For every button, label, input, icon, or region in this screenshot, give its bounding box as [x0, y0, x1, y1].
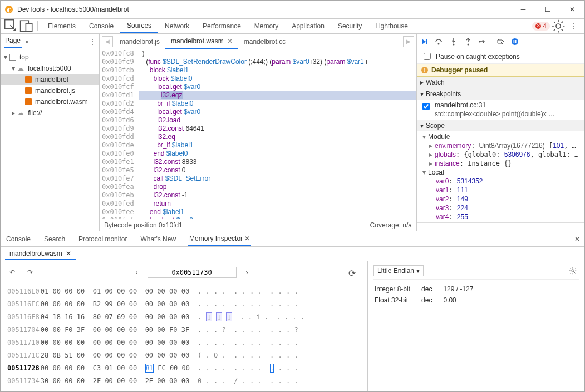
tree-item-mandelbrot-js[interactable]: mandelbrot.js [1, 85, 99, 96]
main-tab-elements[interactable]: Elements [41, 19, 82, 33]
svg-point-9 [512, 38, 518, 45]
tree-host[interactable]: ▾☁ localhost:5000 [1, 63, 99, 74]
endian-select[interactable]: Little Endian▾ [373, 265, 424, 276]
svg-point-7 [468, 43, 469, 45]
breakpoint-item[interactable]: mandelbrot.cc:31 std::complex<double> po… [417, 100, 584, 120]
watch-section[interactable]: ▸Watch [417, 77, 584, 88]
scope-var[interactable]: var4: 255 [420, 212, 581, 221]
drawer-close-icon[interactable]: ✕ [574, 235, 580, 243]
step-icon[interactable] [477, 36, 488, 47]
nav-back-icon[interactable]: ◀ [102, 36, 113, 47]
scope-globals[interactable]: ▸globals: {global0: 5306976, global1: 65… [420, 150, 581, 159]
svg-rect-10 [514, 40, 515, 43]
tree-top[interactable]: ▾top [1, 52, 99, 63]
drawer-tab-search[interactable]: Search [43, 232, 66, 246]
scope-var[interactable]: var2: 149 [420, 195, 581, 204]
main-toolbar: ElementsConsoleSourcesNetworkPerformance… [1, 18, 584, 34]
drawer: ConsoleSearchProtocol monitorWhat's NewM… [1, 231, 584, 391]
value-label: Integer 8-bit [375, 284, 420, 294]
scope-var[interactable]: var3: 224 [420, 204, 581, 212]
undo-icon[interactable]: ↶ [6, 266, 18, 279]
main-tab-memory[interactable]: Memory [248, 19, 285, 33]
svg-point-5 [438, 43, 440, 44]
more-tabs-icon[interactable]: » [25, 38, 29, 46]
prev-page-icon[interactable]: ‹ [131, 266, 143, 279]
chevron-down-icon: ▾ [416, 267, 420, 275]
step-into-icon[interactable] [448, 36, 459, 47]
main-tab-network[interactable]: Network [158, 19, 196, 33]
drawer-tab-memory-inspector[interactable]: Memory Inspector ✕ [188, 232, 251, 246]
tree-file[interactable]: ▸☁ file:// [1, 107, 99, 118]
page-tab[interactable]: Page [4, 35, 22, 48]
resume-icon[interactable] [419, 36, 430, 47]
main-tab-application[interactable]: Application [285, 19, 331, 33]
svg-point-3 [556, 24, 561, 28]
close-icon[interactable]: ✕ [244, 235, 250, 242]
scope-env-memory[interactable]: ▸env.memory: Uint8Array(16777216) [101, … [420, 141, 581, 150]
deactivate-bp-icon[interactable] [495, 36, 506, 47]
maximize-button[interactable]: ☐ [535, 1, 560, 18]
pause-icon[interactable] [509, 36, 520, 47]
value-label: Float 32-bit [375, 295, 420, 305]
device-icon[interactable] [19, 19, 34, 33]
run-icon[interactable]: ▶ [403, 36, 414, 47]
navigator-panel: Page » ⋮ ▾top ▾☁ localhost:5000 mandelbr… [1, 34, 100, 231]
scope-instance[interactable]: ▸instance: Instance {} [420, 159, 581, 168]
scope-module[interactable]: Module [428, 133, 450, 141]
breakpoint-checkbox[interactable] [422, 103, 430, 110]
refresh-icon[interactable]: ⟳ [346, 267, 358, 279]
editor-tabs: ◀ mandelbrot.jsmandelbrot.wasm✕mandelbro… [100, 34, 416, 49]
svg-rect-2 [26, 23, 32, 32]
kebab-icon[interactable]: ⋮ [567, 19, 581, 33]
settings-icon[interactable] [551, 19, 566, 33]
hex-dump[interactable]: 005116E001 00 00 00 01 00 00 00 00 00 00… [6, 285, 306, 388]
breakpoint-code: std::complex<double> point((double)x … [435, 109, 555, 118]
scope-var[interactable]: var0: 5314352 [420, 177, 581, 186]
close-button[interactable]: ✕ [560, 1, 584, 18]
file-tab[interactable]: mandelbrot.js [114, 34, 165, 49]
value-table: Integer 8-bitdec129 / -127Float 32-bitde… [373, 283, 484, 306]
value-repr: dec [421, 295, 442, 305]
svg-rect-4 [426, 39, 427, 44]
window-title: DevTools - localhost:5000/mandelbrot [17, 6, 511, 13]
redo-icon[interactable]: ↷ [24, 266, 36, 279]
value-settings-icon[interactable] [567, 265, 579, 277]
editor-status: Bytecode position 0x10fd1 Coverage: n/a [100, 219, 416, 231]
scope-var[interactable]: var1: 111 [420, 186, 581, 195]
main-tab-security[interactable]: Security [331, 19, 368, 33]
main-tab-lighthouse[interactable]: Lighthouse [368, 19, 415, 33]
tree-item-mandelbrot[interactable]: mandelbrot [1, 74, 99, 85]
step-out-icon[interactable] [463, 36, 474, 47]
main-tab-sources[interactable]: Sources [120, 19, 158, 33]
close-icon[interactable]: ✕ [66, 250, 71, 257]
kebab-icon[interactable]: ⋮ [89, 38, 96, 46]
inspect-icon[interactable] [4, 19, 18, 33]
drawer-tab-protocol-monitor[interactable]: Protocol monitor [77, 232, 128, 246]
titlebar: ◐ DevTools - localhost:5000/mandelbrot ─… [1, 1, 584, 18]
scope-section[interactable]: ▾Scope [417, 120, 584, 131]
scope-local[interactable]: Local [428, 168, 444, 176]
svg-point-8 [479, 41, 481, 42]
step-over-icon[interactable] [434, 36, 445, 47]
next-page-icon[interactable]: › [241, 266, 253, 279]
breakpoints-section[interactable]: ▾Breakpoints [417, 88, 584, 100]
minimize-button[interactable]: ─ [511, 1, 535, 18]
status-left: Bytecode position 0x10fd1 [104, 221, 183, 229]
close-icon[interactable]: ✕ [227, 37, 233, 45]
svg-rect-11 [515, 40, 517, 43]
file-tab[interactable]: mandelbrot.cc [238, 34, 291, 49]
debugger-paused-banner: !Debugger paused [417, 64, 584, 77]
debugger-panel: Pause on caught exceptions !Debugger pau… [416, 34, 584, 231]
main-tab-performance[interactable]: Performance [196, 19, 248, 33]
drawer-tab-what-s-new[interactable]: What's New [139, 232, 177, 246]
file-tab[interactable]: mandelbrot.wasm✕ [165, 34, 238, 49]
value-repr: dec [421, 284, 442, 294]
pause-exceptions-checkbox[interactable] [424, 53, 431, 60]
code-editor[interactable]: 0x010fc8 0x010fc9 0x010fcb 0x010fcd 0x01… [100, 49, 416, 219]
tree-item-mandelbrot-wasm[interactable]: mandelbrot.wasm [1, 96, 99, 107]
main-tab-console[interactable]: Console [82, 19, 120, 33]
error-count[interactable]: ✕4 [532, 22, 550, 31]
drawer-tab-console[interactable]: Console [5, 232, 32, 246]
address-input[interactable] [148, 267, 237, 278]
memory-tab[interactable]: mandelbrot.wasm✕ [5, 248, 76, 260]
